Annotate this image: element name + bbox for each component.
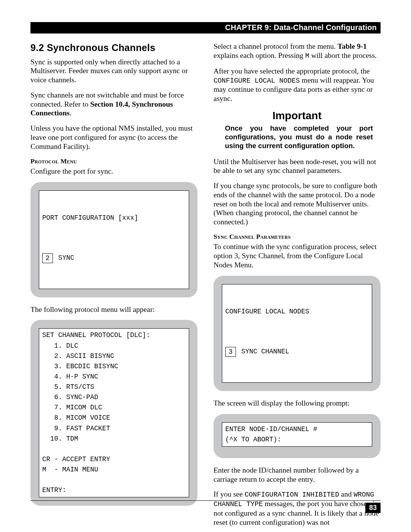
text: and — [339, 490, 354, 498]
page: CHAPTER 9: Data-Channel Configuration 9.… — [0, 0, 411, 532]
text: If you see — [213, 490, 245, 498]
para: To continue with the sync configuration … — [213, 242, 381, 269]
important-heading: Important — [213, 109, 381, 122]
chapter-title: CHAPTER 9: Data-Channel Configuration — [225, 23, 377, 32]
text: explains each option. Pressing — [213, 51, 305, 59]
content-columns: 9.2 Synchronous Channels Sync is support… — [30, 42, 381, 532]
screen-content: SET CHANNEL PROTOCOL [DLC]: 1. DLC 2. AS… — [39, 328, 189, 497]
chapter-header: CHAPTER 9: Data-Channel Configuration — [30, 22, 381, 34]
option-number: 2 — [42, 253, 53, 263]
text: . — [70, 109, 72, 117]
para: After you have selected the appropriate … — [213, 67, 381, 103]
option-number: 3 — [225, 347, 236, 357]
mono: CONFIGURATION INHIBITED — [245, 491, 339, 498]
para: If you see CONFIGURATION INHIBITED and W… — [213, 490, 381, 527]
screen-content: ENTER NODE-ID/CHANNEL # (^X TO ABORT): — [222, 422, 372, 447]
screen-content: PORT CONFIGURATION [xxx] 2 SYNC — [39, 190, 189, 289]
para: Unless you have the optional NMS install… — [30, 124, 198, 151]
option-label: SYNC CHANNEL — [241, 347, 289, 357]
mono: M — [305, 52, 309, 60]
menu-option-row: 2 SYNC — [42, 253, 186, 263]
para: Configure the port for sync. — [30, 167, 198, 176]
text: will abort the process. — [309, 51, 377, 59]
para: Select a channel protocol from the menu.… — [213, 42, 381, 61]
para: Enter the node ID/channel number followe… — [213, 466, 381, 484]
screen-port-config: PORT CONFIGURATION [xxx] 2 SYNC — [30, 182, 198, 297]
section-heading: 9.2 Synchronous Channels — [30, 42, 198, 54]
text: After you have selected the appropriate … — [213, 67, 370, 75]
screen-configure-local-nodes: CONFIGURE LOCAL NODES 3 SYNC CHANNEL — [213, 276, 381, 391]
text: Select a channel protocol from the menu. — [213, 42, 338, 50]
subheading-sync-channel-params: Sync Channel Parameters — [213, 233, 381, 241]
important-body: Once you have completed your port config… — [225, 124, 373, 150]
para: Sync is supported only when directly att… — [30, 58, 198, 85]
para: Sync channels are not switchable and mus… — [30, 91, 198, 118]
screen-title: PORT CONFIGURATION [xxx] — [42, 213, 186, 223]
left-column: 9.2 Synchronous Channels Sync is support… — [30, 42, 198, 532]
para: Until the Multiserver has been node-rese… — [213, 157, 381, 176]
para: The screen will display the following pr… — [213, 399, 381, 408]
menu-option-row: 3 SYNC CHANNEL — [225, 347, 369, 357]
para: If you change sync protocols, be sure to… — [213, 181, 381, 227]
subheading-protocol-menu: Protocol Menu — [30, 157, 198, 165]
page-number: 83 — [365, 503, 381, 513]
screen-protocol-menu: SET CHANNEL PROTOCOL [DLC]: 1. DLC 2. AS… — [30, 320, 198, 506]
screen-enter-node: ENTER NODE-ID/CHANNEL # (^X TO ABORT): — [213, 414, 381, 458]
screen-content: CONFIGURE LOCAL NODES 3 SYNC CHANNEL — [222, 284, 372, 383]
para: The following protocol menu will appear: — [30, 305, 198, 314]
option-label: SYNC — [58, 253, 74, 263]
mono: CONFIGURE LOCAL NODES — [213, 77, 300, 85]
right-column: Select a channel protocol from the menu.… — [213, 42, 381, 532]
table-ref: Table 9-1 — [338, 42, 367, 50]
screen-title: CONFIGURE LOCAL NODES — [225, 307, 369, 317]
footer-rule — [30, 500, 381, 501]
